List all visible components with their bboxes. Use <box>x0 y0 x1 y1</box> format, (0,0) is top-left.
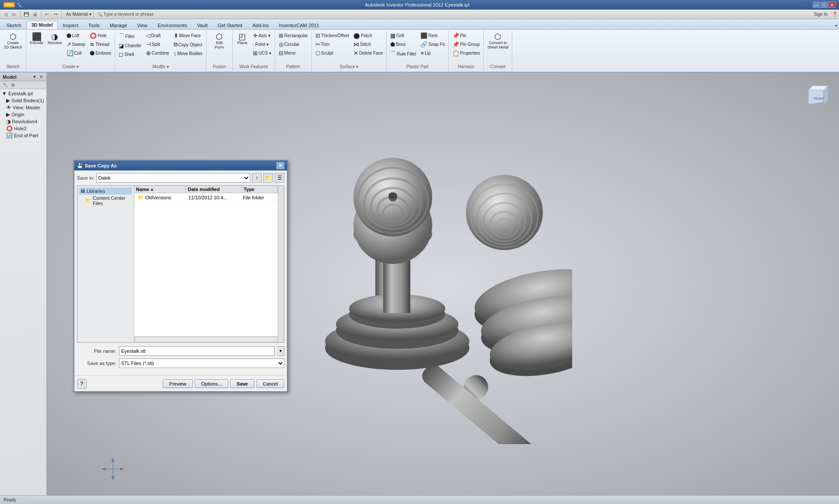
rectangular-button[interactable]: ⊞ Rectangular <box>277 31 310 40</box>
tree-item-origin[interactable]: ▶ Origin <box>0 111 46 118</box>
file-name-dropdown-btn[interactable]: ▼ <box>277 346 284 356</box>
tree-item-eyestalk[interactable]: ▼ Eyestalk.ipt <box>0 90 46 97</box>
fillet-button[interactable]: ⌒ Fillet <box>117 31 143 41</box>
back-button[interactable]: ◁ <box>2 10 10 18</box>
dialog-help-button[interactable]: ? <box>77 379 87 389</box>
stitch-button[interactable]: ⋈ Stitch <box>352 40 385 49</box>
trim-button[interactable]: ✂ Trim <box>314 40 351 49</box>
axis-button[interactable]: ✛ Axis ▾ <box>251 31 273 40</box>
pin-button[interactable]: 📌 Pin <box>451 31 482 40</box>
ucs-button[interactable]: ⊞ UCS ▾ <box>251 49 273 57</box>
dialog-up-button[interactable]: ↑ <box>252 173 262 183</box>
circular-button[interactable]: ◎ Circular <box>277 40 310 49</box>
emboss-button[interactable]: ⬢ Emboss <box>88 49 113 57</box>
material-dropdown[interactable]: As Material ▾ <box>66 12 91 17</box>
sign-in-link[interactable]: Sign In <box>814 12 828 17</box>
tab-vault[interactable]: Vault <box>192 21 212 29</box>
dialog-tree-panel: 🏛 Libraries 📁 Content Center Files <box>77 186 134 342</box>
move-face-button[interactable]: ⬆ Move Face <box>172 31 204 40</box>
edit-form-button[interactable]: ⬡ EditForm <box>211 31 227 51</box>
tree-item-hole2[interactable]: ⭕ Hole2 <box>0 125 46 132</box>
col-name[interactable]: Name ▲ <box>134 186 186 193</box>
chamfer-button[interactable]: ◪ Chamfer <box>117 42 143 50</box>
thread-button[interactable]: ≋ Thread <box>88 40 113 49</box>
convert-sheet-metal-button[interactable]: ⬡ Convert toSheet Metal <box>486 31 510 51</box>
tab-get-started[interactable]: Get Started <box>213 21 247 29</box>
panel-tool-btn2[interactable]: ⚙ <box>10 82 16 88</box>
pin-group-button[interactable]: 📌 Pin Group <box>451 40 482 49</box>
col-type[interactable]: Type <box>242 186 278 193</box>
panel-tool-btn1[interactable]: 🔧 <box>2 82 9 88</box>
extrude-button[interactable]: ⬛ Extrude <box>28 31 45 46</box>
dialog-close-button[interactable]: ✕ <box>276 162 284 169</box>
panel-filter-button[interactable]: ▼ <box>31 74 38 80</box>
print-button[interactable]: 🖨 <box>31 10 39 18</box>
coil-button[interactable]: 🔄 Coil <box>65 49 87 57</box>
copy-object-button[interactable]: ⧉ Copy Object <box>172 40 204 49</box>
tree-item-view-master[interactable]: 👁 View: Master <box>0 104 46 111</box>
col-date[interactable]: Date modified <box>186 186 242 193</box>
dialog-tree-libraries[interactable]: 🏛 Libraries <box>79 188 132 195</box>
tab-inventor-cam[interactable]: InventorCAM 2011 <box>274 21 324 29</box>
minimize-button[interactable]: — <box>813 2 820 8</box>
options-button[interactable]: Options... <box>195 379 228 388</box>
sweep-button[interactable]: ↗ Sweep <box>65 40 87 49</box>
3d-viewport[interactable]: FRONT 💾 Save Copy As <box>47 73 839 495</box>
redo-button[interactable]: ↪ <box>52 10 59 18</box>
panel-close-button[interactable]: ✕ <box>38 74 44 80</box>
preview-button[interactable]: Preview <box>163 379 193 388</box>
move-bodies-button[interactable]: ↕ Move Bodies <box>172 49 204 58</box>
snap-fit-button[interactable]: 🔗 Snap Fit <box>419 40 446 49</box>
cancel-dialog-button[interactable]: Cancel <box>256 379 284 388</box>
save-button[interactable]: 💾 <box>22 10 30 18</box>
close-button[interactable]: ✕ <box>829 2 836 8</box>
save-as-type-dropdown[interactable]: STL Files (*.stl) Inventor Part (*.ipt) … <box>119 358 284 368</box>
revolve-button[interactable]: ◑ Revolve <box>46 31 64 46</box>
hole-button[interactable]: ⭕ Hole <box>88 31 113 40</box>
tab-manage[interactable]: Manage <box>105 21 132 29</box>
loft-button[interactable]: ⬟ Loft <box>65 31 87 40</box>
dialog-vertical-scrollbar[interactable] <box>278 186 284 342</box>
tree-item-end-of-part[interactable]: 🔚 End of Part <box>0 132 46 139</box>
combine-button[interactable]: ⊕ Combine <box>144 49 171 57</box>
thicken-offset-button[interactable]: ⊟ Thicken/Offset <box>314 31 351 40</box>
file-name-input[interactable] <box>119 346 275 356</box>
boss-button[interactable]: ⬟ Boss <box>388 40 418 49</box>
lip-button[interactable]: ≡ Lip <box>419 49 446 57</box>
tab-sketch[interactable]: Sketch <box>2 21 26 29</box>
help-icon[interactable]: ❓ <box>832 12 837 17</box>
dialog-new-folder-button[interactable]: 📁 <box>263 173 273 183</box>
point-button[interactable]: · Point ▾ <box>251 40 273 49</box>
save-dialog-button[interactable]: Save <box>230 379 255 388</box>
properties-button[interactable]: 📋 Properties <box>451 49 482 57</box>
file-row-oldversions[interactable]: 📁 OldVersions 11/10/2012 10:4... File fo… <box>134 193 278 202</box>
rule-fillet-button[interactable]: ⌒ Rule Fillet <box>388 49 418 59</box>
tab-tools[interactable]: Tools <box>84 21 105 29</box>
split-button[interactable]: ⊣ Split <box>144 40 171 49</box>
dialog-tree-content-center[interactable]: 📁 Content Center Files <box>79 195 132 207</box>
rest-button[interactable]: ⬛ Rest <box>419 31 446 40</box>
dialog-view-button[interactable]: ☰ <box>275 173 284 183</box>
tab-inspect[interactable]: Inspect <box>58 21 83 29</box>
undo-button[interactable]: ↩ <box>43 10 51 18</box>
draft-button[interactable]: ◁ Draft <box>144 31 171 40</box>
mirror-button[interactable]: ⊟ Mirror <box>277 49 310 57</box>
maximize-button[interactable]: □ <box>821 2 828 8</box>
tab-view[interactable]: View <box>132 21 152 29</box>
search-box[interactable]: 🔍 Type a keyword or phrase <box>97 12 154 17</box>
tree-item-solid-bodies[interactable]: ▶ Solid Bodies(1) <box>0 97 46 104</box>
tab-add-ins[interactable]: Add-Ins <box>248 21 274 29</box>
tab-3d-model[interactable]: 3D Model <box>27 21 58 29</box>
files-horizontal-scrollbar[interactable] <box>134 336 278 342</box>
plane-button[interactable]: ◰ Plane <box>234 31 250 46</box>
tab-environments[interactable]: Environments <box>153 21 192 29</box>
shell-button[interactable]: ◻ Shell <box>117 50 143 59</box>
forward-button[interactable]: ▷ <box>10 10 18 18</box>
create-2d-sketch-button[interactable]: ⬡ Create2D Sketch <box>2 31 24 51</box>
patch-button[interactable]: ⬤ Patch <box>352 31 385 40</box>
save-in-dropdown[interactable]: Dalek <box>96 173 250 183</box>
sculpt-button[interactable]: ⬡ Sculpt <box>314 49 351 57</box>
grill-button[interactable]: ▦ Grill <box>388 31 418 40</box>
tree-item-revolution4[interactable]: ◑ Revolution4 <box>0 118 46 125</box>
delete-face-button[interactable]: ✕ Delete Face <box>352 49 385 57</box>
